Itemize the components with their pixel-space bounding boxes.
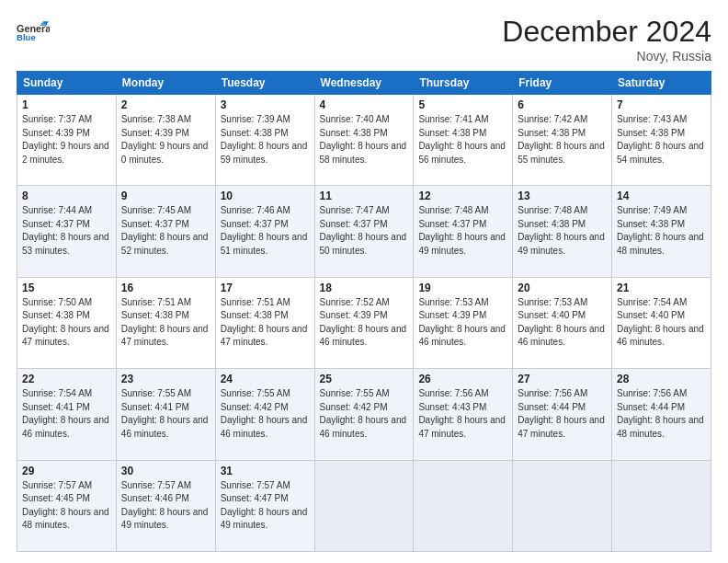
sunrise-text: Sunrise: 7:56 AM	[518, 387, 607, 401]
table-row	[513, 460, 612, 551]
sunset-text: Sunset: 4:41 PM	[121, 401, 210, 415]
daylight-text: Daylight: 8 hours and 47 minutes.	[221, 323, 310, 350]
day-detail: Sunrise: 7:39 AMSunset: 4:38 PMDaylight:…	[221, 113, 310, 167]
table-row: 3Sunrise: 7:39 AMSunset: 4:38 PMDaylight…	[215, 95, 314, 186]
daylight-text: Daylight: 8 hours and 54 minutes.	[617, 140, 706, 167]
table-row: 26Sunrise: 7:56 AMSunset: 4:43 PMDayligh…	[414, 369, 513, 460]
daylight-text: Daylight: 8 hours and 49 minutes.	[221, 506, 310, 533]
day-detail: Sunrise: 7:56 AMSunset: 4:44 PMDaylight:…	[518, 387, 607, 441]
table-row: 1Sunrise: 7:37 AMSunset: 4:39 PMDaylight…	[17, 95, 117, 186]
sunrise-text: Sunrise: 7:38 AM	[121, 113, 210, 127]
daylight-text: Daylight: 8 hours and 47 minutes.	[518, 414, 607, 441]
table-row: 24Sunrise: 7:55 AMSunset: 4:42 PMDayligh…	[215, 369, 314, 460]
sunrise-text: Sunrise: 7:57 AM	[22, 479, 111, 493]
daylight-text: Daylight: 8 hours and 48 minutes.	[617, 414, 706, 441]
sunrise-text: Sunrise: 7:55 AM	[121, 387, 210, 401]
day-detail: Sunrise: 7:46 AMSunset: 4:37 PMDaylight:…	[221, 204, 310, 258]
table-row: 11Sunrise: 7:47 AMSunset: 4:37 PMDayligh…	[314, 186, 414, 277]
daylight-text: Daylight: 8 hours and 46 minutes.	[418, 323, 507, 350]
sunset-text: Sunset: 4:38 PM	[617, 127, 706, 141]
day-number: 20	[518, 282, 607, 294]
day-number: 2	[121, 98, 210, 111]
table-row: 15Sunrise: 7:50 AMSunset: 4:38 PMDayligh…	[17, 277, 117, 368]
day-detail: Sunrise: 7:48 AMSunset: 4:37 PMDaylight:…	[418, 204, 507, 258]
day-detail: Sunrise: 7:53 AMSunset: 4:39 PMDaylight:…	[418, 296, 507, 350]
col-tuesday: Tuesday	[215, 72, 314, 95]
sunrise-text: Sunrise: 7:50 AM	[22, 296, 111, 310]
day-detail: Sunrise: 7:47 AMSunset: 4:37 PMDaylight:…	[320, 204, 409, 258]
sunset-text: Sunset: 4:38 PM	[518, 127, 607, 141]
day-detail: Sunrise: 7:37 AMSunset: 4:39 PMDaylight:…	[22, 113, 111, 167]
day-detail: Sunrise: 7:51 AMSunset: 4:38 PMDaylight:…	[221, 296, 310, 350]
sunset-text: Sunset: 4:39 PM	[418, 309, 507, 323]
daylight-text: Daylight: 8 hours and 46 minutes.	[121, 414, 210, 441]
sunrise-text: Sunrise: 7:40 AM	[320, 113, 409, 127]
day-detail: Sunrise: 7:55 AMSunset: 4:42 PMDaylight:…	[221, 387, 310, 441]
sunrise-text: Sunrise: 7:45 AM	[121, 204, 210, 218]
sunset-text: Sunset: 4:39 PM	[22, 127, 111, 141]
daylight-text: Daylight: 8 hours and 46 minutes.	[221, 414, 310, 441]
sunrise-text: Sunrise: 7:54 AM	[22, 387, 111, 401]
day-number: 14	[617, 190, 706, 202]
col-saturday: Saturday	[612, 72, 711, 95]
table-row: 28Sunrise: 7:56 AMSunset: 4:44 PMDayligh…	[612, 369, 711, 460]
day-detail: Sunrise: 7:54 AMSunset: 4:41 PMDaylight:…	[22, 387, 111, 441]
logo-icon: General Blue	[17, 15, 50, 48]
col-sunday: Sunday	[17, 72, 117, 95]
sunset-text: Sunset: 4:42 PM	[320, 401, 409, 415]
day-number: 30	[121, 465, 210, 477]
day-number: 27	[518, 373, 607, 385]
table-row: 18Sunrise: 7:52 AMSunset: 4:39 PMDayligh…	[314, 277, 414, 368]
table-row: 22Sunrise: 7:54 AMSunset: 4:41 PMDayligh…	[17, 369, 117, 460]
sunrise-text: Sunrise: 7:55 AM	[221, 387, 310, 401]
sunset-text: Sunset: 4:40 PM	[617, 309, 706, 323]
day-detail: Sunrise: 7:53 AMSunset: 4:40 PMDaylight:…	[518, 296, 607, 350]
sunrise-text: Sunrise: 7:53 AM	[418, 296, 507, 310]
header: General Blue December 2024 Novy, Russia	[17, 15, 711, 63]
daylight-text: Daylight: 8 hours and 52 minutes.	[121, 231, 210, 258]
table-row	[314, 460, 414, 551]
daylight-text: Daylight: 8 hours and 46 minutes.	[617, 323, 706, 350]
day-number: 11	[320, 190, 409, 202]
day-detail: Sunrise: 7:51 AMSunset: 4:38 PMDaylight:…	[121, 296, 210, 350]
sunrise-text: Sunrise: 7:49 AM	[617, 204, 706, 218]
day-detail: Sunrise: 7:45 AMSunset: 4:37 PMDaylight:…	[121, 204, 210, 258]
day-detail: Sunrise: 7:57 AMSunset: 4:47 PMDaylight:…	[221, 479, 310, 533]
sunrise-text: Sunrise: 7:52 AM	[320, 296, 409, 310]
sunset-text: Sunset: 4:44 PM	[518, 401, 607, 415]
sunset-text: Sunset: 4:41 PM	[22, 401, 111, 415]
table-row: 23Sunrise: 7:55 AMSunset: 4:41 PMDayligh…	[116, 369, 215, 460]
day-number: 16	[121, 282, 210, 294]
sunset-text: Sunset: 4:47 PM	[221, 492, 310, 506]
calendar-table: Sunday Monday Tuesday Wednesday Thursday…	[17, 71, 711, 552]
day-detail: Sunrise: 7:49 AMSunset: 4:38 PMDaylight:…	[617, 204, 706, 258]
day-number: 3	[221, 98, 310, 111]
col-friday: Friday	[513, 72, 612, 95]
day-detail: Sunrise: 7:44 AMSunset: 4:37 PMDaylight:…	[22, 204, 111, 258]
sunrise-text: Sunrise: 7:51 AM	[121, 296, 210, 310]
daylight-text: Daylight: 8 hours and 59 minutes.	[221, 140, 310, 167]
day-detail: Sunrise: 7:57 AMSunset: 4:46 PMDaylight:…	[121, 479, 210, 533]
day-number: 26	[418, 373, 507, 385]
table-row: 25Sunrise: 7:55 AMSunset: 4:42 PMDayligh…	[314, 369, 414, 460]
daylight-text: Daylight: 8 hours and 55 minutes.	[518, 140, 607, 167]
sunset-text: Sunset: 4:38 PM	[221, 127, 310, 141]
sunset-text: Sunset: 4:38 PM	[121, 309, 210, 323]
sunrise-text: Sunrise: 7:42 AM	[518, 113, 607, 127]
sunset-text: Sunset: 4:39 PM	[320, 309, 409, 323]
day-detail: Sunrise: 7:50 AMSunset: 4:38 PMDaylight:…	[22, 296, 111, 350]
day-detail: Sunrise: 7:43 AMSunset: 4:38 PMDaylight:…	[617, 113, 706, 167]
day-number: 17	[221, 282, 310, 294]
sunset-text: Sunset: 4:38 PM	[320, 127, 409, 141]
sunrise-text: Sunrise: 7:39 AM	[221, 113, 310, 127]
daylight-text: Daylight: 8 hours and 46 minutes.	[320, 323, 409, 350]
sunset-text: Sunset: 4:40 PM	[518, 309, 607, 323]
sunrise-text: Sunrise: 7:53 AM	[518, 296, 607, 310]
day-number: 15	[22, 282, 111, 294]
table-row: 31Sunrise: 7:57 AMSunset: 4:47 PMDayligh…	[215, 460, 314, 551]
sunrise-text: Sunrise: 7:37 AM	[22, 113, 111, 127]
table-row: 2Sunrise: 7:38 AMSunset: 4:39 PMDaylight…	[116, 95, 215, 186]
daylight-text: Daylight: 8 hours and 47 minutes.	[121, 323, 210, 350]
day-number: 31	[221, 465, 310, 477]
table-row: 30Sunrise: 7:57 AMSunset: 4:46 PMDayligh…	[116, 460, 215, 551]
